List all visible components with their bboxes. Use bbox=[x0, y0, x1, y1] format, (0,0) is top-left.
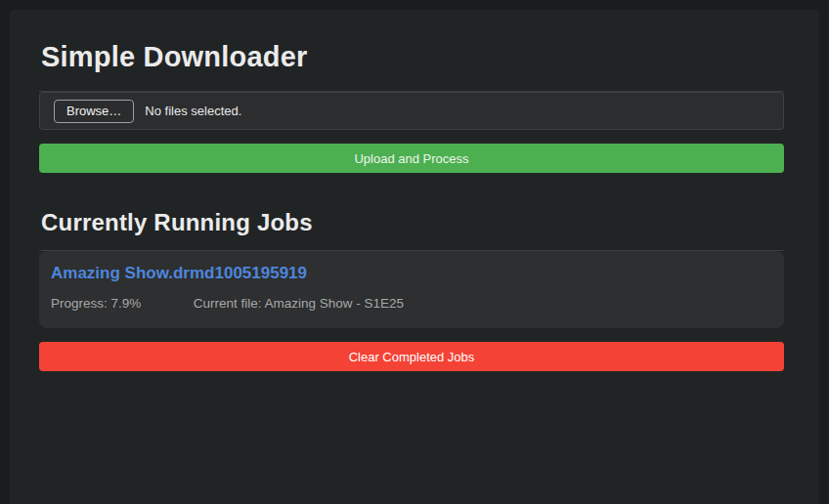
file-selection-status: No files selected. bbox=[145, 104, 241, 118]
job-meta-row: Progress: 7.9% Current file: Amazing Sho… bbox=[51, 296, 772, 312]
job-progress-label: Progress: 7.9% bbox=[51, 296, 190, 312]
job-title-link[interactable]: Amazing Show.drmd1005195919 bbox=[51, 264, 307, 283]
page-background: Simple Downloader Browse… No files selec… bbox=[10, 10, 819, 504]
upload-and-process-button[interactable]: Upload and Process bbox=[39, 144, 784, 173]
jobs-section-heading: Currently Running Jobs bbox=[41, 209, 784, 235]
file-input[interactable]: Browse… No files selected. bbox=[39, 92, 784, 130]
clear-completed-jobs-button[interactable]: Clear Completed Jobs bbox=[39, 342, 784, 371]
job-current-file-label: Current file: Amazing Show - S1E25 bbox=[194, 296, 404, 311]
browse-button[interactable]: Browse… bbox=[54, 100, 134, 123]
main-content: Simple Downloader Browse… No files selec… bbox=[39, 10, 784, 371]
page-title: Simple Downloader bbox=[41, 40, 784, 73]
job-card: Amazing Show.drmd1005195919 Progress: 7.… bbox=[39, 251, 784, 328]
